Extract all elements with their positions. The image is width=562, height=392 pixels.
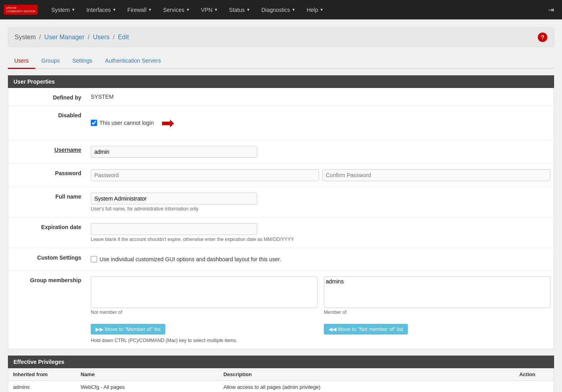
group-lists: Not member of ▶▶ Move to "Member of" lis… xyxy=(91,276,551,335)
breadcrumb-edit[interactable]: Edit xyxy=(118,34,129,40)
fullname-value: User's full name, for administrative inf… xyxy=(88,191,554,213)
disabled-row: Disabled This user cannot login ⬅ xyxy=(8,106,554,140)
defined-by-value: SYSTEM xyxy=(88,92,554,101)
privileges-header-row: Inherited from Name Description Action xyxy=(8,368,554,381)
member-label: Member of xyxy=(324,310,551,315)
move-to-not-member-button[interactable]: ◀◀ Move to "Not member of" list xyxy=(324,324,408,335)
nav-help[interactable]: Help ▼ xyxy=(301,0,329,19)
tab-groups[interactable]: Groups xyxy=(35,54,66,69)
member-section: admins Member of ◀◀ Move to "Not member … xyxy=(324,276,551,335)
custom-settings-label: Custom Settings xyxy=(8,252,88,266)
member-option-admins[interactable]: admins xyxy=(326,278,549,285)
nav-firewall[interactable]: Firewall ▼ xyxy=(122,0,157,19)
not-member-select[interactable] xyxy=(91,276,317,308)
tab-users[interactable]: Users xyxy=(8,54,35,69)
password-inputs xyxy=(91,169,551,181)
col-action: Action xyxy=(514,368,554,381)
nav-services[interactable]: Services ▼ xyxy=(158,0,196,19)
disabled-checkbox-label: This user cannot login xyxy=(99,120,154,126)
disabled-checkbox[interactable] xyxy=(91,120,97,126)
username-input[interactable] xyxy=(91,146,257,158)
priv-row-1: admins WebCfg - All pages Allow access t… xyxy=(8,381,554,392)
breadcrumb-user-manager[interactable]: User Manager xyxy=(44,34,84,40)
brand-logo[interactable]: pfSense COMMUNITY EDITION xyxy=(4,5,38,15)
col-name: Name xyxy=(76,368,218,381)
custom-settings-checkbox-row: Use individual customized GUI options an… xyxy=(91,254,551,265)
member-select[interactable]: admins xyxy=(324,276,551,308)
nav-firewall-caret: ▼ xyxy=(148,8,152,12)
nav-diagnostics[interactable]: Diagnostics ▼ xyxy=(256,0,301,19)
defined-by-row: Defined by SYSTEM xyxy=(8,88,554,106)
main-content: System / User Manager / Users / Edit ? U… xyxy=(0,19,562,392)
move-to-member-button[interactable]: ▶▶ Move to "Member of" list xyxy=(91,324,165,335)
password-value xyxy=(88,168,554,183)
disabled-arrow-indicator: ⬅ xyxy=(161,114,174,132)
group-membership-label: Group membership xyxy=(8,275,88,345)
privileges-table: Inherited from Name Description Action a… xyxy=(8,368,554,392)
group-membership-row: Group membership Not member of ▶▶ Move t… xyxy=(8,271,554,349)
effective-privileges-header: Effective Privileges xyxy=(8,356,554,368)
priv-row-1-action xyxy=(514,381,554,392)
confirm-password-input[interactable] xyxy=(322,169,551,181)
password-label: Password xyxy=(8,168,88,183)
breadcrumb-users[interactable]: Users xyxy=(93,34,109,40)
defined-by-label: Defined by xyxy=(8,92,88,101)
group-membership-value: Not member of ▶▶ Move to "Member of" lis… xyxy=(88,275,554,345)
expiration-hint: Leave blank if the account shouldn't exp… xyxy=(91,237,551,242)
nav-diagnostics-caret: ▼ xyxy=(292,8,296,12)
col-inherited-from: Inherited from xyxy=(8,368,76,381)
nav-system-caret: ▼ xyxy=(71,8,75,12)
user-properties-form: Defined by SYSTEM Disabled This user can… xyxy=(8,88,554,349)
nav-vpn[interactable]: VPN ▼ xyxy=(195,0,224,19)
not-member-section: Not member of ▶▶ Move to "Member of" lis… xyxy=(91,276,317,335)
breadcrumb-system: System xyxy=(15,34,36,40)
expiration-label: Expiration date xyxy=(8,222,88,244)
priv-row-1-name: WebCfg - All pages xyxy=(76,381,218,392)
tabs: Users Groups Settings Authentication Ser… xyxy=(8,54,554,69)
fullname-input[interactable] xyxy=(91,193,257,205)
password-row: Password xyxy=(8,164,554,187)
user-properties-header: User Properties xyxy=(8,75,554,88)
username-value xyxy=(88,144,554,159)
expiration-row: Expiration date Leave blank if the accou… xyxy=(8,218,554,248)
nav-help-caret: ▼ xyxy=(319,8,323,12)
help-button[interactable]: ? xyxy=(538,33,547,42)
username-label: Username xyxy=(8,144,88,159)
brand-edition: COMMUNITY EDITION xyxy=(6,10,35,13)
breadcrumb-bar: System / User Manager / Users / Edit ? xyxy=(8,27,554,47)
nav-interfaces[interactable]: Interfaces ▼ xyxy=(81,0,122,19)
fullname-row: Full name User's full name, for administ… xyxy=(8,187,554,218)
disabled-label: Disabled xyxy=(8,110,88,136)
fullname-label: Full name xyxy=(8,191,88,213)
custom-settings-row: Custom Settings Use individual customize… xyxy=(8,248,554,271)
not-member-label: Not member of xyxy=(91,310,317,315)
custom-settings-checkbox[interactable] xyxy=(91,256,97,262)
priv-row-1-desc: Allow access to all pages (admin privile… xyxy=(219,381,515,392)
nav-services-caret: ▼ xyxy=(186,8,190,12)
nav-interfaces-caret: ▼ xyxy=(112,8,116,12)
nav-system[interactable]: System ▼ xyxy=(46,0,81,19)
fullname-hint: User's full name, for administrative inf… xyxy=(91,206,551,212)
nav-status[interactable]: Status ▼ xyxy=(224,0,256,19)
nav-status-caret: ▼ xyxy=(247,8,250,12)
disabled-value: This user cannot login ⬅ xyxy=(88,110,554,136)
top-navbar: pfSense COMMUNITY EDITION System ▼ Inter… xyxy=(0,0,562,19)
pfsense-logo: pfSense COMMUNITY EDITION xyxy=(4,5,38,15)
logout-icon[interactable]: ⇥ xyxy=(544,6,558,14)
nav-vpn-caret: ▼ xyxy=(214,8,218,12)
priv-row-1-inherited: admins xyxy=(8,381,76,392)
tab-settings[interactable]: Settings xyxy=(66,54,99,69)
group-hint: Hold down CTRL (PC)/COMMAND (Mac) key to… xyxy=(91,338,551,343)
username-row: Username xyxy=(8,140,554,164)
password-input[interactable] xyxy=(91,169,319,181)
brand-name: pfSense xyxy=(6,6,35,10)
breadcrumb: System / User Manager / Users / Edit xyxy=(15,34,129,41)
expiration-input[interactable] xyxy=(91,223,257,235)
disabled-checkbox-row: This user cannot login ⬅ xyxy=(91,111,551,134)
custom-settings-value: Use individual customized GUI options an… xyxy=(88,252,554,266)
custom-settings-checkbox-label: Use individual customized GUI options an… xyxy=(99,256,281,262)
expiration-value: Leave blank if the account shouldn't exp… xyxy=(88,222,554,244)
col-description: Description xyxy=(219,368,515,381)
tab-auth-servers[interactable]: Authentication Servers xyxy=(99,54,167,69)
